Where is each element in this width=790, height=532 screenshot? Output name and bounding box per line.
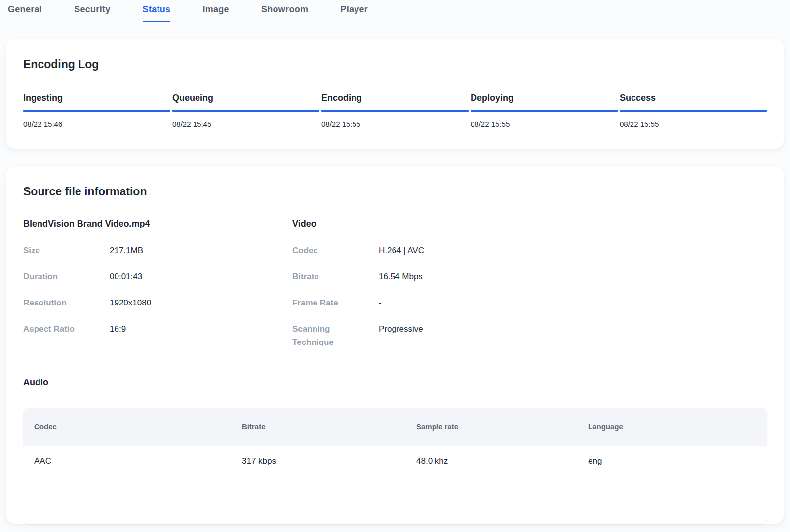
stage-success: Success 08/22 15:55 — [620, 93, 767, 128]
field-label: Aspect Ratio — [23, 322, 87, 336]
source-file-title: Source file information — [23, 185, 767, 198]
tab-player[interactable]: Player — [340, 4, 368, 22]
tab-image[interactable]: Image — [202, 4, 229, 22]
audio-section-title: Audio — [23, 378, 767, 388]
stage-progress-bar — [620, 110, 767, 112]
stage-progress-bar — [471, 110, 618, 112]
stage-label: Ingesting — [23, 93, 170, 103]
encoding-log-card: Encoding Log Ingesting 08/22 15:46 Queue… — [6, 39, 784, 149]
field-value: H.264 | AVC — [379, 244, 424, 257]
stage-progress-bar — [172, 110, 319, 112]
field-value: 00:01:43 — [110, 270, 142, 283]
source-file-card: Source file information BlendVision Bran… — [6, 167, 784, 524]
stage-queueing: Queueing 08/22 15:45 — [172, 93, 319, 128]
source-file-columns: BlendVision Brand Video.mp4 Size 217.1MB… — [23, 219, 767, 362]
tab-general[interactable]: General — [8, 4, 42, 22]
audio-cell-codec: AAC — [34, 456, 242, 466]
stage-timestamp: 08/22 15:46 — [23, 120, 170, 128]
audio-header-language: Language — [588, 422, 767, 431]
tab-status[interactable]: Status — [143, 4, 171, 22]
stage-timestamp: 08/22 15:55 — [620, 120, 767, 128]
field-label: Frame Rate — [292, 296, 356, 309]
stage-deploying: Deploying 08/22 15:55 — [471, 93, 618, 128]
field-label: Duration — [23, 270, 87, 283]
audio-cell-language: eng — [588, 456, 767, 466]
stage-label: Encoding — [321, 93, 469, 103]
field-label: Size — [23, 244, 87, 257]
video-info-column: Video Codec H.264 | AVC Bitrate 16.54 Mb… — [292, 219, 767, 362]
stage-progress-bar — [321, 110, 469, 112]
field-value: 1920x1080 — [110, 296, 151, 309]
field-row-resolution: Resolution 1920x1080 — [23, 296, 292, 309]
field-row-scanning-technique: Scanning Technique Progressive — [292, 322, 767, 349]
audio-table-row: AAC 317 kbps 48.0 khz eng — [23, 446, 767, 466]
field-label: Codec — [292, 244, 356, 257]
field-label: Resolution — [23, 296, 87, 309]
stage-label: Success — [620, 93, 767, 103]
stage-label: Deploying — [471, 93, 618, 103]
field-row-duration: Duration 00:01:43 — [23, 270, 292, 283]
audio-cell-bitrate: 317 kbps — [242, 456, 416, 466]
audio-header-bitrate: Bitrate — [242, 422, 416, 431]
tab-security[interactable]: Security — [74, 4, 110, 22]
field-row-frame-rate: Frame Rate - — [292, 296, 767, 309]
stage-encoding: Encoding 08/22 15:55 — [321, 93, 469, 128]
encoding-log-title: Encoding Log — [23, 58, 767, 71]
field-label: Bitrate — [292, 270, 356, 283]
stage-timestamp: 08/22 15:55 — [471, 120, 618, 128]
field-row-codec: Codec H.264 | AVC — [292, 244, 767, 257]
audio-table: Codec Bitrate Sample rate Language AAC 3… — [23, 408, 767, 524]
field-label: Scanning Technique — [292, 322, 356, 349]
tab-showroom[interactable]: Showroom — [261, 4, 308, 22]
field-row-aspect-ratio: Aspect Ratio 16:9 — [23, 322, 292, 336]
settings-tabbar: General Security Status Image Showroom P… — [0, 0, 790, 22]
field-value: 217.1MB — [110, 244, 143, 257]
stage-progress-bar — [23, 110, 170, 112]
stage-ingesting: Ingesting 08/22 15:46 — [23, 93, 170, 128]
stage-timestamp: 08/22 15:55 — [321, 120, 469, 128]
file-info-column: BlendVision Brand Video.mp4 Size 217.1MB… — [23, 219, 292, 362]
field-value: 16.54 Mbps — [379, 270, 423, 283]
audio-header-codec: Codec — [34, 422, 242, 431]
field-row-bitrate: Bitrate 16.54 Mbps — [292, 270, 767, 283]
field-value: - — [379, 296, 382, 309]
field-value: Progressive — [379, 322, 423, 336]
field-value: 16:9 — [110, 322, 126, 336]
encoding-stages: Ingesting 08/22 15:46 Queueing 08/22 15:… — [23, 93, 767, 128]
audio-header-sample-rate: Sample rate — [416, 422, 588, 431]
stage-label: Queueing — [172, 93, 319, 103]
field-row-size: Size 217.1MB — [23, 244, 292, 257]
video-section-title: Video — [292, 219, 767, 229]
audio-table-header-row: Codec Bitrate Sample rate Language — [23, 408, 767, 446]
file-name: BlendVision Brand Video.mp4 — [23, 219, 292, 229]
stage-timestamp: 08/22 15:45 — [172, 120, 319, 128]
audio-cell-sample-rate: 48.0 khz — [416, 456, 588, 466]
